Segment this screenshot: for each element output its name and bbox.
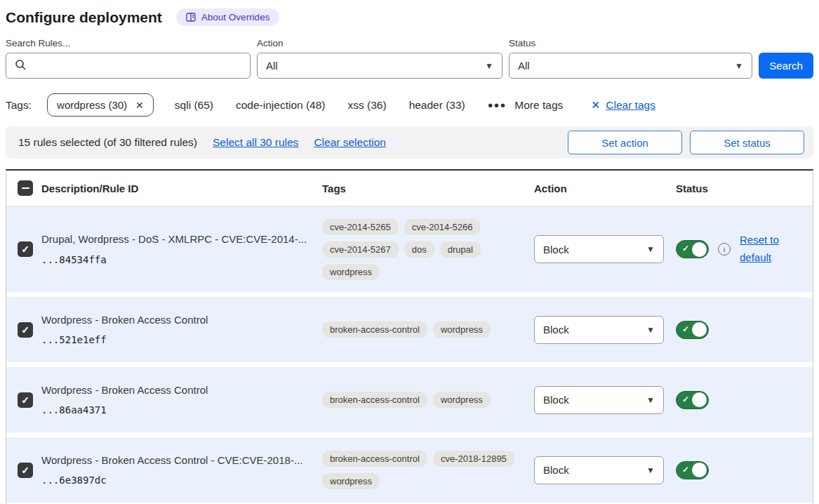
column-description: Description/Rule ID — [41, 183, 322, 194]
page-header: Configure deployment About Overrides — [6, 8, 813, 26]
action-filter-select[interactable]: All ▼ — [257, 53, 502, 79]
column-status: Status — [670, 183, 813, 194]
about-overrides-label: About Overrides — [201, 12, 270, 22]
tag-option[interactable]: code-injection (48) — [236, 99, 326, 112]
rule-tags: cve-2014-5265cve-2014-5266cve-2014-5267d… — [322, 219, 517, 280]
clear-selection-link[interactable]: Clear selection — [314, 136, 386, 149]
toggle-knob — [692, 463, 707, 477]
tag-pill: cve-2018-12895 — [433, 451, 514, 467]
tags-bar: Tags: wordpress (30) ✕ sqli (65)code-inj… — [6, 93, 813, 117]
action-select[interactable]: Block ▼ — [534, 456, 664, 484]
action-select[interactable]: Block ▼ — [534, 235, 664, 263]
rule-tags: broken-access-controlwordpress — [322, 321, 517, 338]
search-icon — [15, 59, 27, 73]
check-icon: ✓ — [682, 244, 689, 253]
select-all-link[interactable]: Select all 30 rules — [213, 136, 298, 149]
row-checkbox[interactable]: ✓ — [18, 392, 33, 408]
select-all-checkbox[interactable] — [18, 180, 33, 196]
chevron-down-icon: ▼ — [485, 61, 493, 71]
page-title: Configure deployment — [6, 9, 162, 26]
tag-pill: wordpress — [322, 264, 380, 280]
more-tags-button[interactable]: ●●● More tags — [488, 99, 563, 112]
table-row: ✓ Drupal, Wordpress - DoS - XMLRPC - CVE… — [6, 206, 813, 292]
book-icon — [186, 13, 196, 22]
rule-description: Wordpress - Broken Access Control — [41, 314, 308, 327]
selection-summary: 15 rules selected (of 30 filtered rules) — [18, 136, 197, 149]
reset-to-default-link[interactable]: Reset to default — [740, 232, 785, 267]
rule-tags: broken-access-controlwordpress — [322, 392, 517, 408]
toggle-knob — [692, 322, 707, 337]
status-toggle[interactable]: ✓ — [676, 461, 709, 479]
status-filter-select[interactable]: All ▼ — [509, 53, 752, 79]
table-body: ✓ Drupal, Wordpress - DoS - XMLRPC - CVE… — [6, 206, 813, 503]
chevron-down-icon: ▼ — [646, 325, 655, 335]
set-action-button[interactable]: Set action — [568, 131, 682, 154]
table-header: Description/Rule ID Tags Action Status — [6, 171, 813, 206]
selected-tag-label: wordpress (30) — [57, 99, 127, 111]
chevron-down-icon: ▼ — [646, 395, 655, 405]
action-select[interactable]: Block ▼ — [534, 386, 664, 414]
rule-id: ...6e3897dc — [41, 475, 308, 486]
tag-pill: drupal — [440, 241, 481, 258]
status-toggle[interactable]: ✓ — [676, 321, 709, 339]
table-row: ✓ Wordpress - Broken Access Control ...5… — [6, 297, 813, 362]
tags-label: Tags: — [6, 99, 32, 112]
action-select[interactable]: Block ▼ — [534, 316, 664, 344]
rules-table: Description/Rule ID Tags Action Status ✓… — [6, 169, 813, 504]
set-status-button[interactable]: Set status — [690, 131, 804, 154]
column-tags: Tags — [322, 183, 530, 194]
ellipsis-icon: ●●● — [488, 100, 507, 110]
rule-description: Wordpress - Broken Access Control — [41, 384, 308, 397]
rule-tags: broken-access-controlcve-2018-12895wordp… — [322, 451, 517, 489]
column-action: Action — [530, 183, 670, 194]
table-row: ✓ Wordpress - Broken Access Control - CV… — [6, 437, 813, 503]
rule-id: ...86aa4371 — [41, 404, 308, 416]
clear-tags-button[interactable]: ✕ Clear tags — [591, 99, 655, 112]
search-button[interactable]: Search — [759, 53, 813, 79]
search-rules-label: Search Rules... — [6, 38, 251, 48]
status-toggle[interactable]: ✓ — [676, 391, 709, 409]
check-icon: ✓ — [682, 324, 689, 334]
tag-option[interactable]: header (33) — [409, 99, 465, 112]
tag-pill: broken-access-control — [322, 392, 427, 408]
tag-pill: dos — [404, 241, 434, 258]
about-overrides-badge[interactable]: About Overrides — [176, 8, 280, 26]
remove-tag-icon[interactable]: ✕ — [135, 100, 144, 111]
toggle-knob — [692, 242, 707, 257]
tag-option[interactable]: sqli (65) — [175, 99, 213, 112]
row-checkbox[interactable]: ✓ — [18, 241, 33, 257]
chevron-down-icon: ▼ — [646, 465, 655, 475]
row-checkbox[interactable]: ✓ — [18, 463, 33, 478]
row-checkbox[interactable]: ✓ — [18, 322, 33, 338]
check-icon: ✓ — [682, 394, 689, 404]
tag-pill: cve-2014-5266 — [404, 219, 481, 235]
status-filter-value: All — [518, 60, 530, 72]
table-row: ✓ Wordpress - Broken Access Control ...8… — [6, 367, 813, 432]
tag-pill: wordpress — [433, 321, 491, 338]
filter-bar: Search Rules... Action All ▼ Status All — [6, 38, 813, 79]
tag-pill: cve-2014-5265 — [322, 219, 399, 235]
tag-pill: cve-2014-5267 — [322, 241, 399, 258]
action-select-value: Block — [543, 394, 569, 406]
selection-bar: 15 rules selected (of 30 filtered rules)… — [6, 126, 813, 159]
action-select-value: Block — [543, 324, 569, 336]
chevron-down-icon: ▼ — [735, 61, 743, 71]
tag-pill: wordpress — [322, 473, 380, 489]
check-icon: ✓ — [682, 465, 689, 475]
chevron-down-icon: ▼ — [646, 244, 655, 254]
rule-description: Drupal, Wordpress - DoS - XMLRPC - CVE:C… — [41, 233, 308, 246]
toggle-knob — [692, 392, 707, 407]
selected-tag-chip[interactable]: wordpress (30) ✕ — [47, 93, 154, 117]
search-input[interactable] — [6, 53, 251, 79]
tag-pill: broken-access-control — [322, 451, 427, 467]
rule-description: Wordpress - Broken Access Control - CVE:… — [41, 454, 308, 467]
info-icon[interactable]: i — [718, 243, 731, 256]
tag-pill: wordpress — [433, 392, 491, 408]
status-toggle[interactable]: ✓ — [676, 240, 709, 258]
action-filter-value: All — [266, 60, 278, 72]
status-filter-label: Status — [509, 38, 752, 48]
action-filter-label: Action — [257, 38, 502, 48]
close-icon: ✕ — [591, 99, 600, 112]
tag-option[interactable]: xss (36) — [348, 99, 387, 112]
more-tags-label: More tags — [514, 99, 563, 112]
